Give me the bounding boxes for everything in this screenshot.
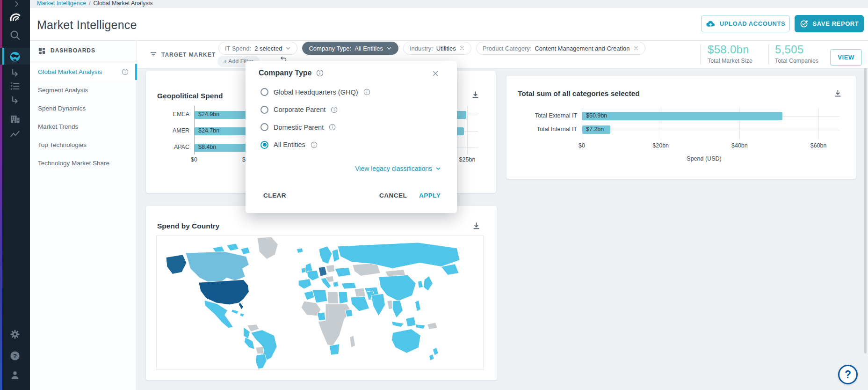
map-iceland [297,248,303,253]
dashboards-sidebar: DASHBOARDS Global Market AnalysisSegment… [30,40,137,390]
world-map[interactable] [156,235,484,370]
save-report-label: SAVE REPORT [813,20,859,27]
info-icon[interactable] [331,106,338,113]
map-finland [332,249,340,262]
category-gridline [582,130,839,130]
company-type-option-domestic-parent[interactable]: Domestic Parent [260,123,336,131]
sidebar-item-segment-analysis[interactable]: Segment Analysis [30,81,137,99]
close-icon[interactable] [459,45,465,51]
help-fab-button[interactable]: ? [838,365,858,384]
total-market-size-stat: $58.0bn Total Market Size [708,43,752,64]
gridline [818,108,819,140]
chevron-down-icon [435,166,441,171]
sidebar-item-market-trends[interactable]: Market Trends [30,118,137,136]
upload-accounts-label: UPLOAD ACCOUNTS [720,20,786,27]
radio-button[interactable] [260,123,268,131]
target-market-label: TARGET MARKET [161,52,216,58]
sidebar-item-label: Segment Analysis [38,87,88,94]
apply-button[interactable]: APPLY [419,192,441,199]
brand-logo-icon[interactable] [9,11,22,24]
user-icon[interactable] [9,369,21,381]
bar-value-label: $50.9bn [586,112,607,119]
map-papua-new-guinea [427,323,437,330]
map-australia [392,329,421,353]
filter-pill-company-type[interactable]: Company Type:All Entities [302,42,398,55]
sidebar-item-technology-market-share[interactable]: Technology Market Share [30,154,137,172]
world-map-svg [157,236,483,369]
download-icon-3[interactable] [472,222,480,230]
map-indonesia-east [416,324,425,329]
breadcrumb: Market Intelligence/Global Market Analys… [30,0,868,8]
radio-button[interactable] [260,141,268,149]
company-type-option-corporate-parent[interactable]: Corporate Parent [260,106,338,114]
globe-icon[interactable] [9,51,21,62]
upload-accounts-button[interactable]: UPLOAD ACCOUNTS [701,15,790,32]
info-icon[interactable] [122,68,129,75]
close-icon[interactable] [432,70,439,77]
info-icon[interactable] [316,69,324,77]
sidebar-item-spend-dynamics[interactable]: Spend Dynamics [30,99,137,118]
branch-arrow-icon-2[interactable] [9,95,21,106]
stats-divider [700,44,701,65]
radio-label: Domestic Parent [274,124,324,131]
breadcrumb-parent-link[interactable]: Market Intelligence [37,0,86,7]
pill-label: Product Category: [483,45,532,52]
map-florida [239,302,243,309]
total-categories-chart: $0$20bn$40bn$60bnTotal External IT$50.9b… [506,76,856,179]
map-new-zealand-north [433,347,438,355]
expand-rail-chevron-icon[interactable] [13,0,20,7]
radio-button[interactable] [260,106,268,114]
trend-icon[interactable] [9,129,21,140]
close-icon[interactable] [633,45,639,51]
gear-icon[interactable] [9,329,21,340]
cancel-button[interactable]: CANCEL [379,192,407,199]
filter-funnel-icon [150,51,157,58]
filter-pill-product-category[interactable]: Product Category:Content Management and … [476,42,645,55]
chevron-down-icon[interactable] [285,45,291,51]
company-type-option-all-entities[interactable]: All Entities [260,141,318,149]
breadcrumb-current: Global Market Analysis [93,0,152,7]
cloud-upload-icon [706,20,716,28]
chevron-down-icon[interactable] [386,45,392,51]
bar-value-label: $8.4bn [198,144,216,150]
info-icon[interactable] [363,88,370,96]
map-arctic-1 [227,243,239,251]
icon-rail: ? [0,0,30,390]
map-peru [244,337,254,349]
map-canada [186,252,249,283]
sidebar-item-top-technologies[interactable]: Top Technologies [30,136,137,154]
map-korea [418,280,423,288]
building-icon[interactable] [9,113,21,125]
filter-pill-it-spend[interactable]: IT Spend:2 selected [218,42,297,55]
radio-label: All Entities [274,141,305,148]
sidebar-item-label: Spend Dynamics [38,105,86,112]
view-legacy-classifications-link[interactable]: View legacy classifications [355,165,441,172]
map-iberia [298,279,311,289]
category-label: Total External IT [507,112,577,119]
pill-label: IT Spend: [225,45,251,52]
x-tick-label: $0 [565,142,598,149]
vertical-scrollbar[interactable] [864,68,867,353]
market-intelligence-app: ? Market Intelligence/Global Market Anal… [0,0,868,390]
view-button[interactable]: VIEW [830,49,862,66]
map-south-africa [329,344,340,355]
help-icon[interactable]: ? [9,350,21,361]
radio-button[interactable] [260,88,268,96]
map-syria-iraq [354,288,366,297]
sidebar-item-global-market-analysis[interactable]: Global Market Analysis [30,63,137,81]
filter-pill-industry[interactable]: Industry:Utilities [403,42,471,55]
map-bolivia [255,346,264,354]
list-icon[interactable] [9,81,21,92]
clear-button[interactable]: CLEAR [263,192,286,199]
bar-value-label: $7.2bn [586,126,604,132]
pill-label: Industry: [410,45,433,52]
company-type-popover: Company Type Global Headquarters (GHQ)Co… [246,61,457,213]
save-report-button[interactable]: SAVE REPORT [795,15,864,32]
company-type-option-global-headquarters-ghq-[interactable]: Global Headquarters (GHQ) [260,88,370,96]
map-ukraine [335,268,351,277]
info-icon[interactable] [329,124,336,131]
branch-arrow-icon[interactable] [9,68,21,79]
search-icon[interactable] [9,29,21,41]
info-icon[interactable] [311,141,318,148]
company-type-title-text: Company Type [259,69,312,77]
